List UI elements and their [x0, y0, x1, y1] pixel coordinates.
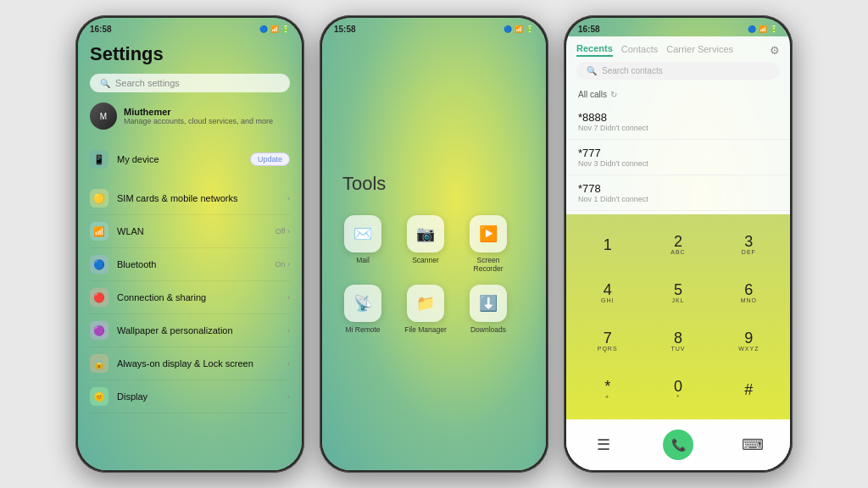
dial-key-5[interactable]: 5JKL: [643, 269, 712, 316]
time-3: 16:58: [578, 25, 600, 34]
contacts-search-icon: 🔍: [587, 66, 597, 75]
account-row[interactable]: M Miuthemer Manage accounts, cloud servi…: [90, 103, 290, 130]
call-number-777: *777: [578, 147, 778, 159]
bluetooth-label: Bluetooth: [117, 259, 266, 269]
dial-key-2[interactable]: 2ABC: [643, 221, 712, 268]
status-bar-2: 15:58 🔵 📶 🔋: [322, 18, 546, 36]
screen-recorder-label: Screen Recorder: [465, 256, 512, 273]
tab-recents[interactable]: Recents: [576, 43, 613, 57]
settings-content: Settings 🔍 Search settings M Miuthemer M…: [78, 36, 302, 470]
tab-carrier-services[interactable]: Carrier Services: [666, 44, 733, 56]
bluetooth-icon: 🔵: [90, 255, 108, 274]
settings-item-display[interactable]: 🌞 Display ›: [90, 380, 290, 413]
dial-key-9[interactable]: 9WXYZ: [715, 318, 783, 364]
scanner-label: Scanner: [412, 256, 439, 264]
status-icons-2: 🔵 📶 🔋: [504, 25, 534, 33]
file-manager-icon: 📁: [407, 285, 444, 322]
app-scanner[interactable]: 📷 Scanner: [402, 215, 449, 273]
app-mail[interactable]: ✉️ Mail: [339, 215, 387, 273]
avatar: M: [90, 103, 117, 130]
all-calls-label: All calls: [578, 90, 607, 99]
dialer-bottom-bar: ☰ 📞 ⌨: [566, 419, 790, 470]
dialer-tabs: Recents Contacts Carrier Services ⚙: [566, 36, 790, 62]
settings-item-connection[interactable]: 🔴 Connection & sharing ›: [90, 281, 290, 314]
display-icon: 🌞: [90, 387, 108, 406]
dial-key-4[interactable]: 4GHI: [573, 269, 642, 316]
wlan-icon: 📶: [90, 222, 108, 241]
file-manager-label: File Manager: [404, 325, 447, 334]
phone-dialer: 16:58 🔵 📶 🔋 Recents Contacts Carrier Ser…: [564, 15, 793, 473]
connection-icon: 🔴: [90, 288, 108, 307]
downloads-label: Downloads: [470, 325, 506, 334]
account-info: Miuthemer Manage accounts, cloud service…: [124, 107, 273, 125]
contacts-search-placeholder: Search contacts: [602, 66, 663, 75]
my-device-icon: 📱: [90, 150, 108, 169]
call-item-8888[interactable]: *8888 Nov 7 Didn't connect: [566, 104, 790, 140]
tools-title: Tools: [339, 173, 386, 195]
dialpad: 1 2ABC 3DEF 4GHI 5JKL 6MNO 7PQRS 8TUV 9W…: [566, 214, 790, 419]
downloads-icon: ⬇️: [470, 285, 507, 322]
dial-key-1[interactable]: 1: [573, 221, 642, 268]
lockscreen-label: Always-on display & Lock screen: [117, 358, 279, 369]
gear-icon[interactable]: ⚙: [770, 44, 780, 57]
status-icons-1: 🔵 📶 🔋: [259, 25, 290, 33]
settings-item-wlan[interactable]: 📶 WLAN Off ›: [90, 215, 290, 248]
wallpaper-label: Wallpaper & personalization: [117, 325, 279, 336]
my-device-label: My device: [117, 154, 242, 164]
mail-label: Mail: [356, 256, 370, 264]
mi-remote-icon: 📡: [344, 285, 381, 322]
app-mi-remote[interactable]: 📡 Mi Remote: [339, 285, 387, 334]
my-device-row[interactable]: 📱 My device Update: [90, 143, 290, 175]
call-button[interactable]: 📞: [641, 424, 715, 465]
dial-key-6[interactable]: 6MNO: [715, 269, 783, 316]
dial-key-7[interactable]: 7PQRS: [573, 318, 642, 364]
dialer-screen: 16:58 🔵 📶 🔋 Recents Contacts Carrier Ser…: [566, 18, 790, 470]
tab-contacts[interactable]: Contacts: [621, 44, 658, 56]
search-icon: 🔍: [100, 79, 110, 88]
display-label: Display: [117, 391, 279, 402]
mi-remote-label: Mi Remote: [345, 325, 380, 334]
dialer-content: Recents Contacts Carrier Services ⚙ 🔍 Se…: [566, 36, 790, 470]
mail-icon: ✉️: [344, 215, 381, 252]
settings-screen: 16:58 🔵 📶 🔋 Settings 🔍 Search settings M…: [78, 18, 302, 470]
screen-recorder-icon: ▶️: [470, 215, 507, 252]
call-item-778[interactable]: *778 Nov 1 Didn't connect: [566, 175, 790, 211]
all-calls-row: All calls ↻: [566, 86, 790, 104]
status-bar-1: 16:58 🔵 📶 🔋: [78, 18, 302, 36]
wallpaper-icon: 🟣: [90, 321, 108, 340]
call-icon: 📞: [663, 430, 693, 460]
settings-item-wallpaper[interactable]: 🟣 Wallpaper & personalization ›: [90, 314, 290, 347]
call-number-8888: *8888: [578, 111, 778, 124]
search-settings-label: Search settings: [115, 78, 180, 88]
app-downloads[interactable]: ⬇️ Downloads: [465, 285, 512, 334]
call-item-777[interactable]: *777 Nov 3 Didn't connect: [566, 140, 790, 175]
contacts-search-bar[interactable]: 🔍 Search contacts: [576, 62, 780, 80]
lockscreen-icon: 🔒: [90, 354, 108, 373]
dial-key-0[interactable]: 0*: [643, 366, 712, 413]
call-info-778: Nov 1 Didn't connect: [578, 195, 778, 203]
dialpad-menu-button[interactable]: ☰: [566, 424, 641, 465]
call-info-8888: Nov 7 Didn't connect: [578, 124, 778, 132]
dial-key-hash[interactable]: #: [715, 366, 783, 413]
settings-item-lockscreen[interactable]: 🔒 Always-on display & Lock screen ›: [90, 347, 290, 380]
app-grid: ✉️ Mail 📷 Scanner ▶️ Screen Recorder 📡 M…: [339, 215, 512, 335]
update-badge[interactable]: Update: [250, 152, 290, 166]
dial-key-8[interactable]: 8TUV: [643, 318, 712, 364]
dial-key-3[interactable]: 3DEF: [715, 221, 783, 268]
scanner-icon: 📷: [407, 215, 444, 252]
app-screen-recorder[interactable]: ▶️ Screen Recorder: [465, 215, 512, 273]
sim-label: SIM cards & mobile networks: [117, 193, 279, 203]
wlan-label: WLAN: [117, 226, 267, 236]
keyboard-button[interactable]: ⌨: [715, 424, 790, 465]
settings-item-bluetooth[interactable]: 🔵 Bluetooth On ›: [90, 248, 290, 281]
phone-tools: 15:58 🔵 📶 🔋 Tools ✉️ Mail 📷 Scanner: [320, 15, 548, 473]
settings-search-bar[interactable]: 🔍 Search settings: [90, 74, 290, 92]
dial-key-star[interactable]: *+: [573, 366, 642, 413]
refresh-icon[interactable]: ↻: [610, 90, 617, 99]
connection-label: Connection & sharing: [117, 292, 279, 302]
status-icons-3: 🔵 📶 🔋: [748, 25, 778, 33]
app-file-manager[interactable]: 📁 File Manager: [402, 285, 449, 334]
tools-content: Tools ✉️ Mail 📷 Scanner ▶️ Screen Record…: [322, 36, 546, 470]
settings-title: Settings: [90, 43, 290, 65]
settings-item-sim[interactable]: 🟡 SIM cards & mobile networks ›: [90, 182, 290, 215]
